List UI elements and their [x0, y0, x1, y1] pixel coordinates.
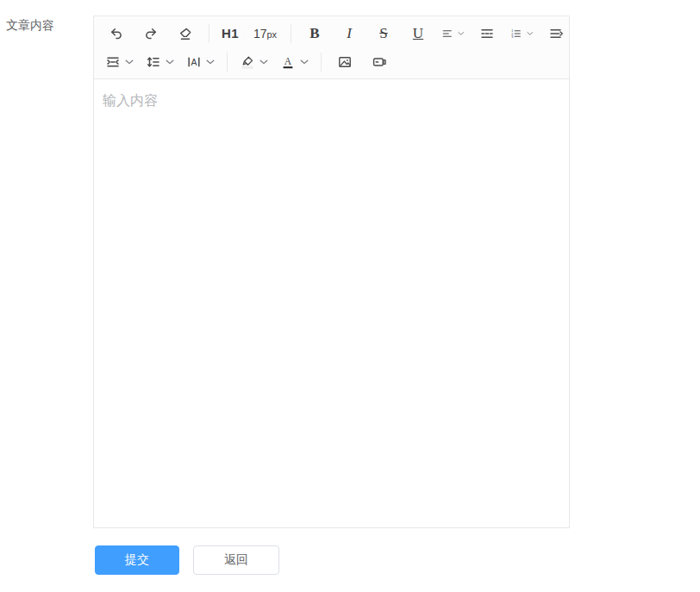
chevron-down-icon — [125, 59, 134, 65]
align-select[interactable] — [438, 22, 467, 46]
align-left-icon — [441, 26, 453, 41]
image-icon — [337, 54, 353, 70]
letter-spacing-icon: A — [186, 54, 202, 70]
font-size-label: 17px — [253, 27, 277, 41]
insert-image-button[interactable] — [330, 50, 359, 74]
chevron-down-icon — [206, 59, 215, 65]
highlighter-icon — [240, 54, 255, 70]
font-color-select[interactable]: A — [277, 50, 312, 74]
chevron-down-icon — [458, 31, 465, 36]
strikethrough-button[interactable]: S — [369, 22, 398, 46]
redo-icon — [143, 26, 159, 41]
italic-icon: I — [347, 26, 352, 41]
font-color-icon: A — [280, 54, 296, 70]
heading-select[interactable]: H1 — [218, 22, 247, 46]
toolbar-separator — [291, 24, 291, 43]
insert-video-button[interactable] — [365, 50, 394, 74]
insert-divider-button[interactable] — [472, 22, 502, 46]
clear-format-button[interactable] — [171, 22, 200, 46]
underline-icon: U — [413, 26, 423, 41]
editor-placeholder: 输入内容 — [103, 93, 158, 108]
toolbar-row-2: A A — [99, 47, 564, 76]
italic-button[interactable]: I — [334, 22, 364, 46]
undo-button[interactable] — [102, 22, 131, 46]
strikethrough-icon: S — [379, 26, 387, 41]
toolbar-separator — [321, 53, 322, 72]
divider-icon — [479, 26, 495, 41]
heading-label: H1 — [222, 26, 239, 41]
toolbar-separator — [227, 53, 228, 72]
line-height-select[interactable] — [142, 50, 178, 74]
editor-toolbar: H1 17px B I S U — [94, 16, 569, 79]
toolbar-row-1: H1 17px B I S U — [99, 19, 564, 47]
video-icon — [372, 54, 387, 70]
article-content-label: 文章内容 — [6, 18, 54, 34]
chevron-down-icon — [300, 59, 309, 65]
svg-text:A: A — [284, 56, 292, 66]
clear-format-icon — [178, 26, 193, 41]
bold-icon: B — [309, 26, 319, 41]
chevron-down-icon — [259, 59, 268, 65]
letter-spacing-select[interactable]: A — [183, 50, 218, 74]
highlight-color-select[interactable] — [236, 50, 272, 74]
indent-icon — [105, 54, 121, 70]
undo-icon — [109, 26, 124, 41]
justify-icon — [548, 26, 564, 41]
line-height-icon — [146, 54, 161, 70]
underline-button[interactable]: U — [403, 22, 433, 46]
indent-select[interactable] — [102, 50, 137, 74]
justify-button[interactable] — [541, 22, 571, 46]
submit-button[interactable]: 提交 — [95, 545, 179, 575]
chevron-down-icon — [166, 59, 174, 65]
rich-text-editor: H1 17px B I S U — [93, 16, 570, 528]
form-actions: 提交 返回 — [95, 545, 279, 575]
list-select[interactable]: 1 2 3 — [507, 22, 536, 46]
back-button[interactable]: 返回 — [193, 545, 279, 575]
svg-text:A: A — [191, 56, 197, 66]
ordered-list-icon: 1 2 3 — [510, 26, 522, 41]
redo-button[interactable] — [136, 22, 166, 46]
font-size-select[interactable]: 17px — [253, 22, 282, 46]
chevron-down-icon — [527, 31, 534, 36]
bold-button[interactable]: B — [300, 22, 329, 46]
svg-text:3: 3 — [511, 35, 513, 39]
toolbar-separator — [209, 24, 209, 43]
editor-content-area[interactable]: 输入内容 — [94, 79, 569, 527]
chevron-down-icon — [243, 31, 244, 36]
